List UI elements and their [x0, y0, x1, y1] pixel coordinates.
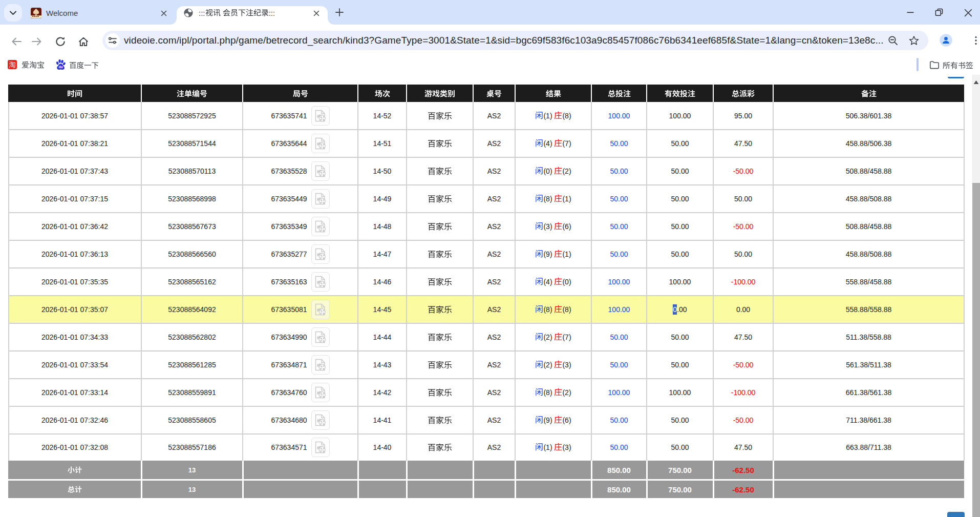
svg-text:du: du — [58, 65, 62, 69]
